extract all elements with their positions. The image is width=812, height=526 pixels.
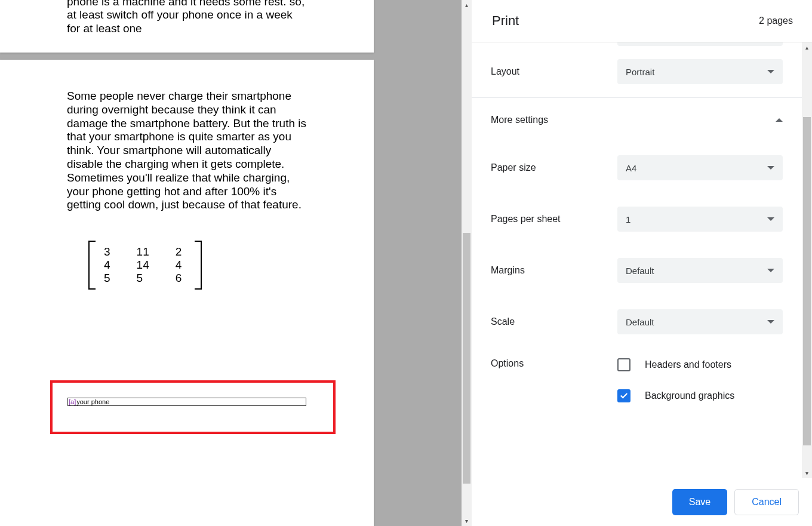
paper-size-dropdown[interactable]: A4 [617, 155, 783, 180]
settings-scroll[interactable]: Layout Portrait More settings Paper size [472, 42, 802, 478]
matrix-cell: 2 [176, 245, 182, 259]
pages-per-sheet-value: 1 [626, 214, 630, 224]
paper-size-value: A4 [626, 163, 636, 173]
chevron-down-icon [767, 269, 774, 272]
scroll-up-icon[interactable]: ▴ [462, 0, 472, 10]
preview-viewport[interactable]: phone is a machine and it needs some res… [0, 0, 462, 526]
comment-text: your phone [76, 398, 109, 405]
layout-dropdown[interactable]: Portrait [617, 59, 783, 84]
scroll-thumb[interactable] [463, 233, 470, 484]
doc-paragraph-1: phone is a machine and it needs some res… [67, 0, 307, 36]
matrix-cell: 3 [104, 245, 110, 259]
headers-footers-checkbox[interactable] [617, 358, 630, 371]
chevron-down-icon [767, 320, 774, 324]
pages-per-sheet-dropdown[interactable]: 1 [617, 207, 783, 232]
preview-page-2: Some people never charge their smartphon… [0, 60, 374, 526]
chevron-down-icon [767, 166, 774, 170]
preview-scrollbar[interactable]: ▴ ▾ [462, 0, 472, 526]
margins-dropdown[interactable]: Default [617, 258, 783, 283]
matrix-cell: 4 [104, 259, 110, 272]
settings-scrollbar[interactable]: ▴ ▾ [802, 42, 812, 478]
cancel-button-label: Cancel [752, 497, 782, 507]
margins-row: Margins Default [472, 245, 802, 296]
comment-annotation: [a] your phone [67, 398, 306, 406]
annotation-highlight-box [50, 380, 336, 434]
background-graphics-option[interactable]: Background graphics [617, 389, 734, 402]
print-settings-panel: Print 2 pages Layout Portrait More setti… [472, 0, 812, 526]
cancel-button[interactable]: Cancel [734, 489, 799, 515]
options-row: Options Headers and footers Background g… [472, 347, 802, 402]
background-graphics-label: Background graphics [645, 390, 734, 401]
chevron-up-icon [776, 118, 783, 122]
margins-label: Margins [491, 265, 617, 276]
scale-row: Scale Default [472, 296, 802, 347]
preview-page-1: phone is a machine and it needs some res… [0, 0, 374, 53]
pages-per-sheet-label: Pages per sheet [491, 214, 617, 224]
background-graphics-checkbox[interactable] [617, 389, 630, 402]
scroll-up-icon[interactable]: ▴ [802, 42, 812, 53]
matrix-bracket-right [195, 241, 202, 290]
check-icon [620, 391, 628, 398]
page-count: 2 pages [759, 16, 793, 26]
scroll-thumb[interactable] [803, 117, 811, 445]
paper-size-label: Paper size [491, 162, 617, 173]
chevron-down-icon [767, 70, 774, 73]
matrix-cell: 5 [104, 272, 110, 285]
scroll-down-icon[interactable]: ▾ [802, 468, 812, 478]
paper-size-row: Paper size A4 [472, 142, 802, 193]
doc-paragraph-2: Some people never charge their smartphon… [67, 90, 307, 212]
matrix-cell: 6 [176, 272, 182, 285]
scroll-down-icon[interactable]: ▾ [462, 516, 472, 526]
panel-title: Print [492, 13, 519, 29]
matrix-cell: 14 [137, 259, 149, 272]
options-label: Options [491, 358, 617, 402]
comment-marker: [a] [68, 398, 76, 405]
matrix-cell: 4 [176, 259, 182, 272]
scale-dropdown[interactable]: Default [617, 309, 783, 334]
layout-value: Portrait [626, 67, 654, 77]
matrix-bracket-left [88, 241, 96, 290]
panel-footer: Save Cancel [472, 478, 812, 526]
matrix-equation: 3 4 5 11 14 5 2 4 6 [88, 239, 307, 291]
panel-header: Print 2 pages [472, 0, 812, 42]
save-button[interactable]: Save [672, 489, 727, 515]
matrix-cell: 5 [137, 272, 149, 285]
scale-value: Default [626, 317, 654, 327]
layout-row: Layout Portrait [472, 46, 802, 97]
layout-label: Layout [491, 66, 617, 77]
pages-per-sheet-row: Pages per sheet 1 [472, 193, 802, 245]
margins-value: Default [626, 266, 654, 276]
more-settings-toggle[interactable]: More settings [472, 98, 802, 142]
headers-footers-label: Headers and footers [645, 359, 731, 370]
save-button-label: Save [689, 497, 710, 507]
print-preview-area: phone is a machine and it needs some res… [0, 0, 472, 526]
more-settings-label: More settings [491, 115, 548, 125]
chevron-down-icon [767, 217, 774, 221]
scale-label: Scale [491, 316, 617, 327]
matrix-cell: 11 [137, 245, 149, 259]
headers-footers-option[interactable]: Headers and footers [617, 358, 734, 371]
